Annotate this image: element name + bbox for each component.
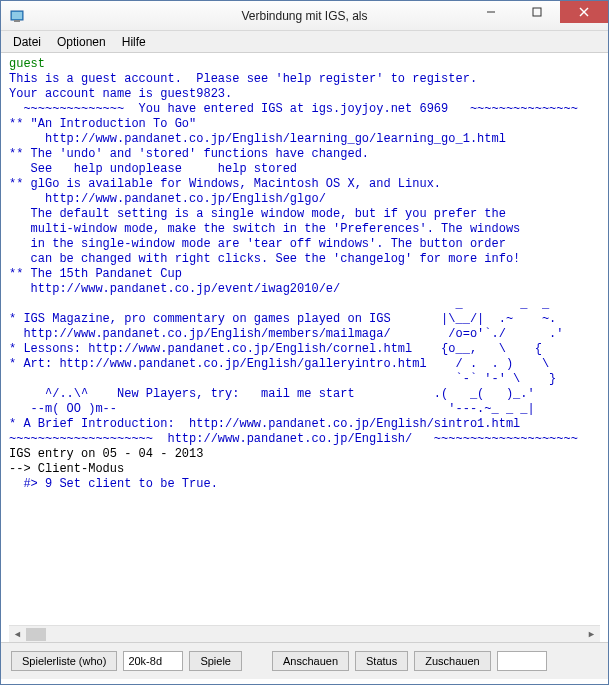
terminal-line: ** glGo is available for Windows, Macint… (9, 177, 441, 191)
bottom-toolbar: Spielerliste (who) Spiele Anschauen Stat… (1, 642, 608, 679)
window-controls (468, 1, 608, 23)
terminal-line: in the single-window mode are 'tear off … (9, 237, 506, 251)
watch-button[interactable]: Anschauen (272, 651, 349, 671)
terminal-line: This is a guest account. Please see 'hel… (9, 72, 477, 86)
scroll-thumb[interactable] (26, 628, 46, 641)
terminal-line: can be changed with right clicks. See th… (9, 252, 520, 266)
terminal-line: ** "An Introduction To Go" (9, 117, 196, 131)
maximize-button[interactable] (514, 1, 560, 23)
terminal-line-client: --> Client-Modus (9, 462, 124, 476)
terminal-line: * Art: http://www.pandanet.co.jp/English… (9, 357, 549, 371)
observe-button[interactable]: Zuschauen (414, 651, 490, 671)
minimize-button[interactable] (468, 1, 514, 23)
terminal-line: http://www.pandanet.co.jp/English/glgo/ (9, 192, 326, 206)
end-input[interactable] (497, 651, 547, 671)
terminal-line: http://www.pandanet.co.jp/English/member… (9, 327, 564, 341)
terminal-line: ~~~~~~~~~~~~~~ You have entered IGS at i… (9, 102, 578, 116)
menu-file[interactable]: Datei (5, 33, 49, 51)
terminal-line: ** The 'undo' and 'stored' functions hav… (9, 147, 369, 161)
scroll-right-icon[interactable]: ► (583, 626, 600, 643)
menubar: Datei Optionen Hilfe (1, 31, 608, 53)
playerlist-button[interactable]: Spielerliste (who) (11, 651, 117, 671)
terminal-line: multi-window mode, make the switch in th… (9, 222, 520, 236)
horizontal-scrollbar[interactable]: ◄ ► (9, 625, 600, 642)
terminal-line: ^/..\^ New Players, try: mail me start .… (9, 387, 535, 401)
status-button[interactable]: Status (355, 651, 408, 671)
terminal-line: `-` '-' \ } (9, 372, 556, 386)
scroll-left-icon[interactable]: ◄ (9, 626, 26, 643)
svg-rect-1 (12, 12, 22, 19)
terminal-line: * A Brief Introduction: http://www.panda… (9, 417, 520, 431)
rank-input[interactable] (123, 651, 183, 671)
terminal-line: * Lessons: http://www.pandanet.co.jp/Eng… (9, 342, 542, 356)
terminal-container: guest This is a guest account. Please se… (1, 53, 608, 642)
terminal-line: http://www.pandanet.co.jp/English/learni… (9, 132, 506, 146)
terminal-line: See help undoplease help stored (9, 162, 297, 176)
close-button[interactable] (560, 1, 608, 23)
terminal-line-entry: IGS entry on 05 - 04 - 2013 (9, 447, 203, 461)
scroll-track[interactable] (26, 626, 583, 642)
terminal-line: _ _ _ (9, 297, 549, 311)
terminal-output[interactable]: guest This is a guest account. Please se… (5, 55, 604, 625)
games-button[interactable]: Spiele (189, 651, 242, 671)
titlebar: Verbindung mit IGS, als (1, 1, 608, 31)
svg-rect-4 (533, 8, 541, 16)
terminal-line: Your account name is guest9823. (9, 87, 232, 101)
terminal-line: * IGS Magazine, pro commentary on games … (9, 312, 556, 326)
terminal-line: --m( OO )m-- '---.~_ _ _| (9, 402, 535, 416)
app-icon (9, 8, 25, 24)
terminal-line-set: #> 9 Set client to be True. (9, 477, 218, 491)
terminal-line: ** The 15th Pandanet Cup (9, 267, 182, 281)
svg-rect-2 (14, 20, 20, 22)
terminal-line: http://www.pandanet.co.jp/event/iwag2010… (9, 282, 340, 296)
guest-prompt: guest (9, 57, 45, 71)
terminal-line: The default setting is a single window m… (9, 207, 506, 221)
menu-options[interactable]: Optionen (49, 33, 114, 51)
menu-help[interactable]: Hilfe (114, 33, 154, 51)
terminal-line: ~~~~~~~~~~~~~~~~~~~~ http://www.pandanet… (9, 432, 578, 446)
